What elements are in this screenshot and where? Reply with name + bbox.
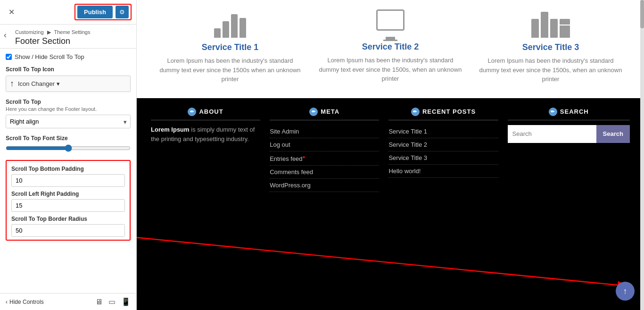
services-section: Service Title 1 Lorem Ipsum has been the… [137,0,644,98]
border-radius-input[interactable] [11,224,125,237]
show-hide-label[interactable]: Show / Hide Scroll To Top [15,53,84,60]
show-hide-row: Show / Hide Scroll To Top [6,53,131,60]
highlight-box: Scroll Top Bottom Padding Scroll Left Ri… [6,160,131,241]
font-size-slider[interactable] [6,144,131,152]
bottom-padding-label: Scroll Top Bottom Padding [11,166,125,172]
slider-wrap [6,144,131,153]
hide-controls-button[interactable]: ‹ Hide Controls [6,299,44,305]
search-title: ✏ SEARCH [508,108,630,120]
service-desc-3: Lorem Ipsum has been the industry's stan… [478,56,624,84]
scroll-top-label: Scroll To Top [6,99,131,105]
list-item[interactable]: Service Title 3 [388,151,498,165]
list-item[interactable]: Comments feed [270,166,379,179]
device-icons: 🖥 ▭ 📱 [95,297,131,306]
icon-changer-select[interactable]: Icon Changer ▾ [18,80,60,87]
left-panel: ✕ Publish ⚙ ‹ Customizing ▶ Theme Settin… [0,0,137,310]
publish-button[interactable]: Publish [77,6,113,18]
search-edit-icon[interactable]: ✏ [549,108,557,116]
about-title: ✏ ABOUT [151,108,260,120]
list-item[interactable]: Service Title 1 [388,125,498,138]
about-text: Lorem Ipsum is simply dummy text of the … [151,125,260,145]
search-button[interactable]: Search [596,125,630,143]
search-input[interactable] [508,125,596,143]
list-item[interactable]: Site Admin [270,125,379,138]
top-bar: ✕ Publish ⚙ [0,0,136,25]
border-radius-label: Scroll To Top Border Radius [11,216,125,222]
breadcrumb: Customizing ▶ Theme Settings [15,29,91,35]
scroll-icon-label: Scroll To Top Icon [6,66,131,73]
service-card-1: Service Title 1 Lorem Ipsum has been the… [157,9,303,84]
service-title-1: Service Title 1 [157,42,303,52]
service-desc-1: Lorem Ipsum has been the industry's stan… [157,56,303,84]
footer-section: ✏ ABOUT Lorem Ipsum is simply dummy text… [137,98,644,310]
back-button[interactable]: ‹ [0,28,10,42]
footer-about-col: ✏ ABOUT Lorem Ipsum is simply dummy text… [151,108,260,192]
right-content: Service Title 1 Lorem Ipsum has been the… [137,0,644,310]
breadcrumb-area: ‹ Customizing ▶ Theme Settings Footer Se… [0,25,136,49]
meta-title: ✏ META [270,108,379,120]
bottom-padding-input[interactable] [11,174,125,187]
recent-edit-icon[interactable]: ✏ [411,108,420,116]
close-button[interactable]: ✕ [5,6,18,18]
scrollbar[interactable] [640,0,644,310]
list-item[interactable]: Log out [270,138,379,151]
footer-grid: ✏ ABOUT Lorem Ipsum is simply dummy text… [151,108,630,192]
recent-title: ✏ RECENT POSTS [388,108,498,120]
icon-changer-row[interactable]: ↑ Icon Changer ▾ [6,75,131,92]
icon-changer-label: Icon Changer [18,80,55,87]
service-title-3: Service Title 3 [478,42,624,52]
chevron-left-icon: ‹ [6,299,8,305]
align-select[interactable]: Right align Left align Center align [6,115,131,128]
align-select-wrap[interactable]: Right align Left align Center align [6,115,131,128]
font-size-label: Scroll To Top Font Size [6,135,131,142]
about-edit-icon[interactable]: ✏ [188,108,196,116]
footer-recent-col: ✏ RECENT POSTS Service Title 1 Service T… [388,108,498,192]
panel-content: Show / Hide Scroll To Top Scroll To Top … [0,49,136,293]
service-card-2: Service Title 2 Lorem Ipsum has been the… [317,9,463,84]
mobile-icon[interactable]: 📱 [121,297,131,306]
lr-padding-input[interactable] [11,199,125,212]
search-widget: Search [508,125,630,143]
publish-area: Publish ⚙ [74,4,132,20]
show-hide-checkbox[interactable] [6,54,12,60]
scroll-to-top-button[interactable]: ↑ [616,282,635,301]
list-item[interactable]: WordPress.org [270,179,379,192]
monitor-icon [376,9,405,31]
tablet-icon[interactable]: ▭ [108,297,116,306]
service-desc-2: Lorem Ipsum has been the industry's stan… [317,56,463,84]
list-item[interactable]: Service Title 2 [388,138,498,151]
arrow-icon: ↑ [10,79,14,89]
bottom-bar: ‹ Hide Controls 🖥 ▭ 📱 [0,293,136,310]
service-title-2: Service Title 2 [317,42,463,52]
gear-button[interactable]: ⚙ [116,6,129,18]
svg-line-1 [137,237,627,286]
panel-title: Footer Section [15,36,131,46]
column-icon-2 [541,12,548,38]
recent-list: Service Title 1 Service Title 2 Service … [388,125,498,178]
scrollbar-thumb[interactable] [640,0,644,28]
meta-list: Site Admin Log out Entries feed● Comment… [270,125,379,192]
chevron-down-icon: ▾ [57,80,60,87]
column-icon-1 [531,19,539,38]
bars-icon [157,9,303,38]
meta-edit-icon[interactable]: ✏ [309,108,318,116]
list-item[interactable]: Entries feed● [270,151,379,166]
service-card-3: Service Title 3 Lorem Ipsum has been the… [478,9,624,84]
footer-meta-col: ✏ META Site Admin Log out Entries feed● … [270,108,379,192]
hide-controls-label: Hide Controls [9,299,44,305]
footer-search-col: ✏ SEARCH Search [508,108,630,192]
desktop-icon[interactable]: 🖥 [95,297,103,306]
list-item[interactable]: Hello world! [388,165,498,178]
scroll-top-sub: Here you can change the Footer layout. [6,106,131,112]
lr-padding-label: Scroll Left Right Padding [11,191,125,197]
column-icon-3 [550,19,558,38]
